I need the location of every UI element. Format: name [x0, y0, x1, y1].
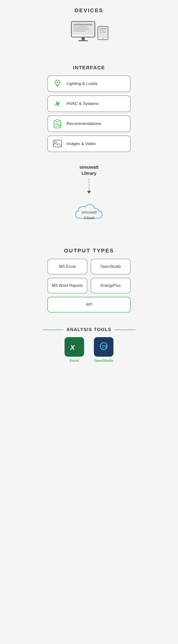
- hvac-systems-card[interactable]: HVAC & Systems: [47, 96, 131, 112]
- analysis-title-row: ANALYSIS TOOLS: [43, 327, 135, 332]
- svg-point-13: [102, 38, 103, 39]
- svg-rect-25: [53, 140, 62, 147]
- analysis-left-line: [43, 330, 64, 330]
- cloud-label: simuwatt Cloud: [81, 210, 97, 221]
- api-card[interactable]: API: [47, 297, 131, 312]
- svg-rect-12: [99, 32, 106, 32]
- ms-excel-card[interactable]: MS Excel: [47, 259, 87, 274]
- library-title: simuwatt Library: [79, 164, 99, 176]
- recommendations-label: Recommendations: [67, 121, 101, 126]
- svg-rect-2: [74, 24, 93, 26]
- images-video-label: Images & Video: [67, 141, 96, 146]
- svg-rect-21: [56, 120, 59, 121]
- excel-icon-box: X: [65, 337, 84, 357]
- excel-tool[interactable]: X Excel: [65, 337, 84, 362]
- analysis-tools-title: ANALYSIS TOOLS: [64, 327, 114, 332]
- openstudio-icon-box: OS: [94, 337, 113, 357]
- library-section: simuwatt Library: [79, 164, 99, 196]
- svg-text:OS: OS: [102, 344, 107, 348]
- fan-icon: [52, 99, 63, 109]
- recommendations-card[interactable]: Recommendations: [47, 116, 131, 132]
- dashed-arrow: [87, 179, 91, 194]
- svg-rect-3: [74, 26, 88, 28]
- analysis-right-line: [114, 330, 135, 330]
- interface-cards-list: Lighting & Loads HVAC & Systems: [47, 76, 131, 152]
- cloud-section: simuwatt Cloud: [73, 201, 105, 233]
- lighting-loads-card[interactable]: Lighting & Loads: [47, 76, 131, 92]
- interface-section: INTERFACE Lighting & Loads: [47, 65, 131, 164]
- output-title: OUTPUT TYPES: [64, 248, 114, 254]
- devices-section: DEVICES: [69, 7, 109, 58]
- openstudio-card[interactable]: OpenStudio: [91, 259, 131, 274]
- openstudio-tool-label: OpenStudio: [94, 358, 113, 362]
- analysis-tools-section: ANALYSIS TOOLS X: [43, 327, 135, 362]
- image-icon: [52, 139, 63, 149]
- devices-title: DEVICES: [75, 7, 103, 14]
- clipboard-icon: [52, 119, 63, 129]
- ms-word-card[interactable]: MS Word Reports: [47, 278, 87, 294]
- svg-text:X: X: [70, 344, 75, 351]
- svg-rect-4: [74, 28, 89, 30]
- energyplus-card[interactable]: EnergyPlus: [91, 278, 131, 294]
- output-types-section: OUTPUT TYPES MS Excel OpenStudio MS Word…: [47, 248, 131, 327]
- svg-rect-10: [99, 28, 106, 29]
- svg-point-17: [57, 103, 58, 105]
- svg-rect-11: [99, 30, 105, 31]
- output-cards-grid: MS Excel OpenStudio MS Word Reports Ener…: [47, 259, 131, 294]
- svg-rect-6: [82, 37, 85, 40]
- hvac-systems-label: HVAC & Systems: [67, 101, 99, 106]
- svg-rect-7: [79, 40, 88, 41]
- devices-icons: [69, 18, 109, 48]
- lighting-loads-label: Lighting & Loads: [67, 81, 98, 86]
- openstudio-tool[interactable]: OS OpenStudio: [94, 337, 113, 362]
- excel-tool-label: Excel: [70, 358, 79, 362]
- images-video-card[interactable]: Images & Video: [47, 136, 131, 152]
- interface-title: INTERFACE: [73, 65, 105, 70]
- analysis-tools-row: X Excel OS OpenStudio: [65, 337, 113, 362]
- svg-rect-5: [74, 30, 86, 32]
- lightbulb-icon: [52, 78, 63, 89]
